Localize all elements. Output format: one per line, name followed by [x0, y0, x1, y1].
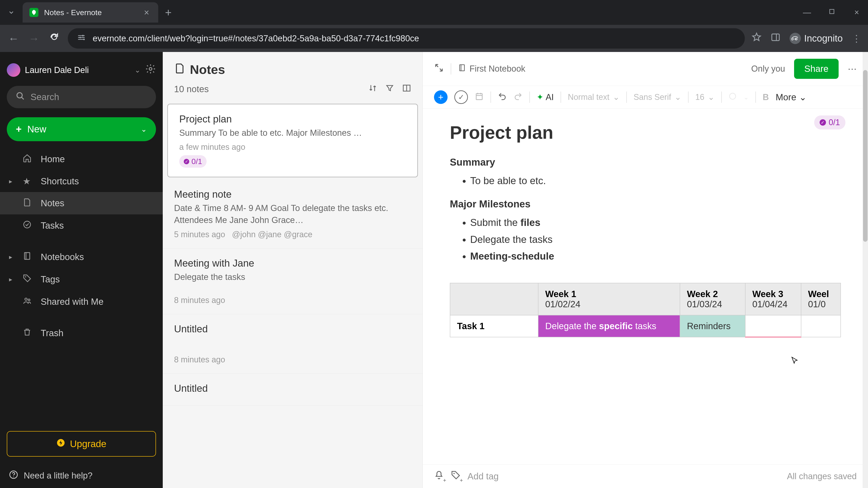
user-menu[interactable]: Lauren Dale Deli ⌄ — [0, 59, 163, 81]
notebook-name: First Notebook — [469, 64, 525, 74]
side-panel-icon — [771, 32, 780, 42]
sidebar-item-tags[interactable]: ▸ Tags — [0, 268, 163, 291]
upgrade-button[interactable]: Upgrade — [7, 431, 156, 457]
svg-point-13 — [25, 298, 27, 300]
bold-button[interactable]: B — [763, 92, 769, 102]
sidebar-item-tasks[interactable]: Tasks — [0, 215, 163, 237]
note-title: Meeting with Jane — [174, 258, 411, 269]
address-bar[interactable]: evernote.com/client/web?login=true#/note… — [68, 28, 745, 48]
filter-button[interactable] — [385, 84, 394, 95]
milestone-item: Meeting-schedule — [470, 248, 841, 265]
task-cell[interactable]: Reminders — [680, 315, 745, 337]
note-preview: Date & Time 8 AM- 9 AM Goal To delegate … — [174, 202, 411, 226]
task-cell[interactable] — [745, 315, 801, 337]
notes-list-panel: Notes 10 notes Project plan Summary To b… — [163, 52, 423, 488]
new-button[interactable]: + New ⌄ — [7, 117, 156, 141]
undo-button[interactable] — [498, 92, 507, 103]
cursor-icon — [790, 356, 799, 367]
editor-body[interactable]: ✓ 0/1 Project plan Summary To be able to… — [423, 109, 868, 464]
redo-button[interactable] — [514, 92, 523, 103]
scrollbar-thumb[interactable] — [863, 70, 868, 242]
url-actions: Incognito ⋮ — [752, 32, 861, 44]
maximize-button[interactable] — [825, 8, 839, 17]
sidebar-item-home[interactable]: Home — [0, 148, 163, 170]
incognito-label: Incognito — [804, 33, 843, 44]
sidebar-item-shared[interactable]: Shared with Me — [0, 291, 163, 313]
paragraph-style-select[interactable]: Normal text ⌄ — [568, 92, 620, 102]
side-panel-button[interactable] — [771, 32, 780, 44]
search-input[interactable]: Search — [7, 86, 156, 108]
font-select[interactable]: Sans Serif ⌄ — [633, 92, 681, 102]
expand-icon[interactable]: ▸ — [9, 253, 16, 261]
maximize-icon — [828, 8, 835, 15]
window-controls: — × — [800, 8, 864, 17]
note-title-heading[interactable]: Project plan — [450, 122, 841, 143]
svg-point-17 — [13, 477, 14, 477]
ai-label: AI — [546, 92, 554, 102]
plus-icon: + — [443, 477, 446, 484]
settings-button[interactable] — [145, 64, 156, 76]
tab-search-dropdown[interactable] — [4, 6, 18, 19]
text-color-button[interactable] — [728, 92, 737, 102]
task-badge: ✓ 0/1 — [179, 155, 207, 168]
note-item[interactable]: Meeting note Date & Time 8 AM- 9 AM Goal… — [163, 180, 423, 248]
notes-header: Notes — [163, 52, 423, 81]
incognito-indicator[interactable]: Incognito — [789, 33, 843, 44]
bookmark-button[interactable] — [752, 32, 762, 44]
svg-point-6 — [149, 68, 152, 70]
tab-close-button[interactable]: × — [144, 7, 149, 18]
sidebar: Lauren Dale Deli ⌄ Search + New ⌄ Home — [0, 52, 163, 488]
table-row: Task 1 Delegate the specific tasks Remin… — [450, 315, 841, 337]
note-item[interactable]: Untitled 8 minutes ago — [163, 314, 423, 374]
add-tag-input[interactable]: Add tag — [467, 471, 499, 482]
plan-table[interactable]: Week 101/02/24 Week 201/03/24 Week 301/0… — [450, 283, 841, 338]
sort-button[interactable] — [368, 84, 377, 95]
svg-rect-10 — [24, 253, 30, 259]
sidebar-item-shortcuts[interactable]: ▸ ★ Shortcuts — [0, 170, 163, 192]
note-item[interactable]: Project plan Summary To be able to etc. … — [167, 104, 418, 177]
scrollbar[interactable] — [863, 52, 868, 488]
view-button[interactable] — [402, 84, 411, 95]
back-button[interactable]: ← — [7, 32, 20, 45]
expand-note-button[interactable] — [434, 63, 444, 75]
expand-icon[interactable]: ▸ — [9, 177, 16, 185]
ai-button[interactable]: ✦ AI — [537, 92, 554, 102]
reload-button[interactable] — [48, 32, 61, 45]
site-info-button[interactable] — [77, 33, 86, 44]
font-size-select[interactable]: 16 ⌄ — [695, 92, 715, 102]
url-bar: ← → evernote.com/client/web?login=true#/… — [0, 25, 868, 52]
task-count-pill[interactable]: ✓ 0/1 — [814, 116, 845, 129]
browser-tab[interactable]: Notes - Evernote × — [23, 2, 158, 23]
note-item[interactable]: Meeting with Jane Delegate the tasks 8 m… — [163, 249, 423, 314]
browser-menu-button[interactable]: ⋮ — [852, 33, 861, 44]
sidebar-item-notebooks[interactable]: ▸ Notebooks — [0, 246, 163, 268]
sharing-status[interactable]: Only you — [751, 64, 785, 74]
add-reminder-button[interactable]: + — [434, 470, 444, 482]
svg-point-27 — [454, 473, 455, 474]
sidebar-item-trash[interactable]: Trash — [0, 322, 163, 344]
note-preview: Summary To be able to etc. Major Milesto… — [179, 127, 406, 139]
svg-rect-20 — [460, 65, 465, 71]
note-more-button[interactable]: ⋯ — [848, 64, 857, 74]
sidebar-item-notes[interactable]: Notes — [0, 192, 163, 215]
forward-button[interactable]: → — [27, 32, 41, 45]
share-button[interactable]: Share — [794, 59, 839, 79]
notebook-selector[interactable]: First Notebook — [458, 64, 525, 74]
chevron-down-icon: ⌄ — [141, 125, 147, 133]
svg-point-2 — [80, 37, 81, 38]
toolbar-more-button[interactable]: More ⌄ — [776, 92, 807, 102]
minimize-button[interactable]: — — [800, 8, 814, 17]
close-window-button[interactable]: × — [850, 8, 864, 17]
layout-icon — [402, 84, 411, 93]
note-item[interactable]: Untitled — [163, 374, 423, 405]
add-tag-button[interactable]: + — [451, 470, 461, 482]
task-cell[interactable] — [801, 315, 841, 337]
svg-point-14 — [28, 299, 30, 301]
calendar-button[interactable] — [475, 92, 484, 103]
new-tab-button[interactable]: + — [165, 6, 172, 19]
expand-icon[interactable]: ▸ — [9, 275, 16, 283]
task-cell[interactable]: Delegate the specific tasks — [538, 315, 680, 337]
task-button[interactable]: ✓ — [454, 90, 468, 104]
insert-button[interactable]: + — [434, 90, 447, 104]
help-button[interactable]: Need a little help? — [0, 463, 163, 488]
